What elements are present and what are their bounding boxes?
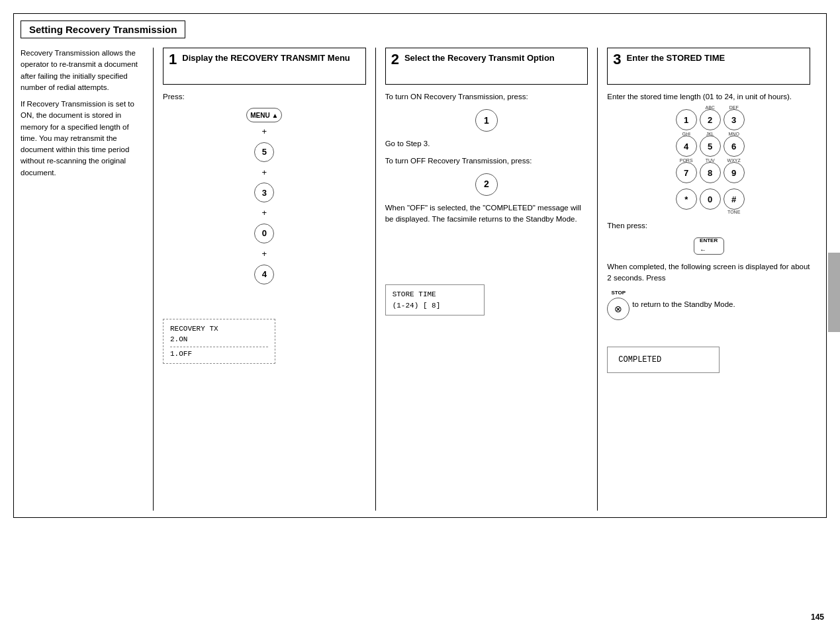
key-0-step1: 0 — [254, 224, 274, 243]
numpad-key-9: WXYZ9 — [723, 162, 745, 183]
stop-label: STOP — [612, 289, 626, 297]
numpad-key-hash: TONE# — [723, 189, 745, 210]
lcd2-line1: STORE TIME — [393, 289, 477, 300]
enter-key-row: ENTER← — [607, 237, 810, 255]
intro-column: Recovery Transmission allows the operato… — [21, 48, 153, 184]
step2-body: To turn ON Recovery Transmission, press:… — [385, 91, 588, 316]
main-box: Setting Recovery Transmission Recovery T… — [13, 13, 827, 518]
lcd-line2: 2.ON — [170, 334, 268, 345]
lcd2-line2: (1-24) [ 8] — [393, 300, 477, 312]
sidebar-tab — [828, 253, 840, 332]
plus2: + — [163, 167, 366, 178]
numpad-key-4: GHI4 — [676, 136, 697, 157]
key5-row: 5 — [163, 141, 366, 163]
lcd-line3: 1.OFF — [170, 347, 268, 360]
step3-enter-desc: Enter the stored time length (01 to 24, … — [607, 91, 810, 103]
numpad-key-5: JKL5 — [700, 136, 721, 157]
step1-header: 1 Display the RECOVERY TRANSMIT Menu — [163, 48, 366, 85]
key3-row: 3 — [163, 181, 366, 204]
step2-go-step3: Go to Step 3. — [385, 138, 588, 149]
numpad-key-star: * — [676, 189, 697, 210]
stop-key: ⊗ — [607, 298, 630, 320]
step1-column: 1 Display the RECOVERY TRANSMIT Menu Pre… — [153, 48, 375, 511]
key1-step2-row: 1 — [385, 108, 588, 133]
step2-turn-off-label: To turn OFF Recovery Transmission, press… — [385, 155, 588, 167]
numpad-key-1: 1 — [676, 109, 697, 130]
numpad-key-6: MNO6 — [723, 136, 745, 157]
menu-key-row: MENU ▲ — [163, 108, 366, 122]
key-5-step1: 5 — [254, 142, 274, 162]
key0-row: 0 — [163, 222, 366, 245]
step2-off-message: When "OFF" is selected, the "COMPLETED" … — [385, 202, 588, 226]
content-columns: Recovery Transmission allows the operato… — [21, 48, 819, 511]
step1-press-label: Press: — [163, 91, 366, 103]
enter-key: ENTER← — [694, 237, 724, 255]
step2-turn-on-label: To turn ON Recovery Transmission, press: — [385, 91, 588, 103]
step3-number: 3 — [613, 52, 621, 67]
step1-title: Display the RECOVERY TRANSMIT Menu — [182, 52, 350, 64]
numpad: 1 ABC2 DEF3 GHI4 JKL5 — [607, 108, 810, 211]
key-2-step2: 2 — [475, 173, 498, 196]
stop-key-wrapper: STOP ⊗ — [607, 289, 630, 320]
step2-header: 2 Select the Recovery Transmit Option — [385, 48, 588, 85]
key-3-step1: 3 — [254, 183, 274, 202]
step1-number: 1 — [169, 52, 177, 67]
plus1: + — [163, 126, 366, 137]
enter-key-label: ENTER← — [700, 237, 718, 255]
key4-row: 4 — [163, 263, 366, 286]
page-number: 145 — [811, 612, 824, 622]
return-standby-text: to return to the Standby Mode. — [632, 299, 735, 310]
step3-column: 3 Enter the STORED TIME Enter the stored… — [597, 48, 819, 511]
stop-key-area: STOP ⊗ to return to the Standby Mode. — [607, 289, 810, 320]
step2-lcd: STORE TIME (1-24) [ 8] — [385, 284, 485, 316]
key-4-step1: 4 — [254, 265, 274, 284]
numpad-key-3: DEF3 — [723, 109, 745, 130]
step2-number: 2 — [391, 52, 399, 67]
step2-lcd-wrapper: STORE TIME (1-24) [ 8] — [385, 278, 588, 316]
completed-text: COMPLETED — [618, 355, 661, 364]
step3-when-completed: When completed, the following screen is … — [607, 261, 810, 284]
step3-then-press: Then press: — [607, 220, 810, 231]
page-title: Setting Recovery Transmission — [21, 21, 185, 38]
step1-lcd-wrapper: RECOVERY TX 2.ON 1.OFF — [163, 312, 366, 364]
plus3: + — [163, 208, 366, 218]
step1-lcd: RECOVERY TX 2.ON 1.OFF — [163, 319, 275, 364]
completed-box-wrapper: COMPLETED — [607, 340, 810, 373]
intro-para2: If Recovery Transmission is set to ON, t… — [21, 99, 146, 179]
lcd-line1: RECOVERY TX — [170, 323, 268, 335]
numpad-key-0: 0 — [700, 189, 721, 210]
step3-body: Enter the stored time length (01 to 24, … — [607, 91, 810, 373]
step3-header: 3 Enter the STORED TIME — [607, 48, 810, 85]
step1-body: Press: MENU ▲ + 5 + 3 + 0 — [163, 91, 366, 364]
page-wrapper: Setting Recovery Transmission Recovery T… — [0, 0, 840, 631]
key-1-step2: 1 — [475, 109, 498, 132]
numpad-key-2: ABC2 — [700, 109, 721, 130]
numpad-key-7: PORS7 — [676, 162, 697, 183]
key2-step2-row: 2 — [385, 172, 588, 197]
menu-key: MENU ▲ — [246, 108, 282, 122]
step3-title: Enter the STORED TIME — [627, 52, 725, 64]
intro-para1: Recovery Transmission allows the operato… — [21, 48, 146, 93]
numpad-key-8: TUV8 — [700, 162, 721, 183]
plus4: + — [163, 249, 366, 259]
step2-title: Select the Recovery Transmit Option — [404, 52, 555, 64]
completed-box: COMPLETED — [607, 347, 720, 373]
step2-column: 2 Select the Recovery Transmit Option To… — [375, 48, 598, 511]
